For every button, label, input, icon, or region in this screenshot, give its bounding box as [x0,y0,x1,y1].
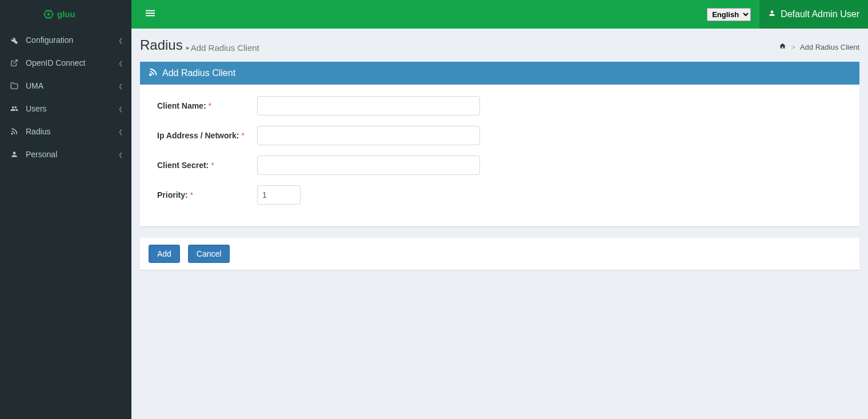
add-radius-client-panel: Add Radius Client Client Name: * Ip Addr… [140,62,859,226]
external-link-icon [9,59,20,67]
breadcrumb-separator: > [791,43,795,51]
chevron-left-icon: ❮ [118,129,123,135]
sidebar-item-label: Personal [26,150,57,159]
svg-rect-5 [146,15,155,16]
sidebar-item-label: OpenID Connect [26,58,85,67]
svg-point-6 [150,74,151,75]
page-subtitle: ▸ Add Radius Client [186,43,259,53]
client-secret-field[interactable] [257,155,480,175]
svg-rect-3 [146,10,155,11]
folder-open-icon [9,82,20,90]
priority-field[interactable] [257,185,301,205]
ip-address-label: Ip Address / Network: * [149,131,257,140]
sidebar-item-configuration[interactable]: Configuration ❮ [0,29,131,51]
ip-address-field[interactable] [257,126,480,145]
svg-point-0 [47,13,50,16]
svg-point-2 [11,133,13,134]
client-name-label: Client Name: * [149,101,257,110]
language-select[interactable]: English [707,8,751,21]
cancel-button[interactable]: Cancel [188,245,230,263]
client-name-field[interactable] [257,96,480,115]
panel-title: Add Radius Client [162,68,235,78]
rss-icon [9,127,20,135]
rss-icon [149,67,158,79]
brand-text: gluu [57,9,75,19]
sidebar-toggle-button[interactable] [140,6,161,23]
brand-logo[interactable]: gluu [0,0,131,29]
sidebar-item-uma[interactable]: UMA ❮ [0,74,131,97]
topbar: English Default Admin User [131,0,868,29]
action-bar: Add Cancel [140,238,859,270]
svg-rect-4 [146,13,155,14]
svg-line-1 [14,60,17,63]
sidebar-item-label: UMA [26,81,43,90]
user-menu[interactable]: Default Admin User [759,0,868,29]
chevron-left-icon: ❮ [118,60,123,66]
user-icon [9,150,20,158]
breadcrumb-home[interactable] [779,42,786,51]
users-icon [9,105,20,113]
add-button[interactable]: Add [149,245,180,263]
chevron-left-icon: ❮ [118,37,123,43]
sidebar-item-label: Users [26,104,47,113]
hamburger-icon [146,9,155,18]
sidebar-item-openid-connect[interactable]: OpenID Connect ❮ [0,51,131,74]
breadcrumb: > Add Radius Client [779,42,859,51]
home-icon [779,42,786,50]
client-secret-label: Client Secret: * [149,161,257,170]
user-name: Default Admin User [781,9,859,19]
breadcrumb-current: Add Radius Client [800,43,859,51]
sidebar-item-radius[interactable]: Radius ❮ [0,120,131,143]
page-title: Radius [140,37,183,53]
chevron-left-icon: ❮ [118,151,123,158]
content-header: Radius ▸ Add Radius Client > Add Radius … [131,29,868,62]
chevron-left-icon: ❮ [118,83,123,89]
sidebar-item-personal[interactable]: Personal ❮ [0,143,131,166]
sidebar: gluu Configuration ❮ OpenID Connect ❮ [0,0,131,419]
sidebar-item-users[interactable]: Users ❮ [0,97,131,120]
sidebar-item-label: Configuration [26,35,73,45]
chevron-left-icon: ❮ [118,106,123,112]
priority-label: Priority: * [149,190,257,199]
caret-right-icon: ▸ [186,44,190,51]
panel-header: Add Radius Client [140,62,859,85]
user-icon [768,9,776,19]
sidebar-item-label: Radius [26,127,51,136]
wrench-icon [9,36,20,44]
